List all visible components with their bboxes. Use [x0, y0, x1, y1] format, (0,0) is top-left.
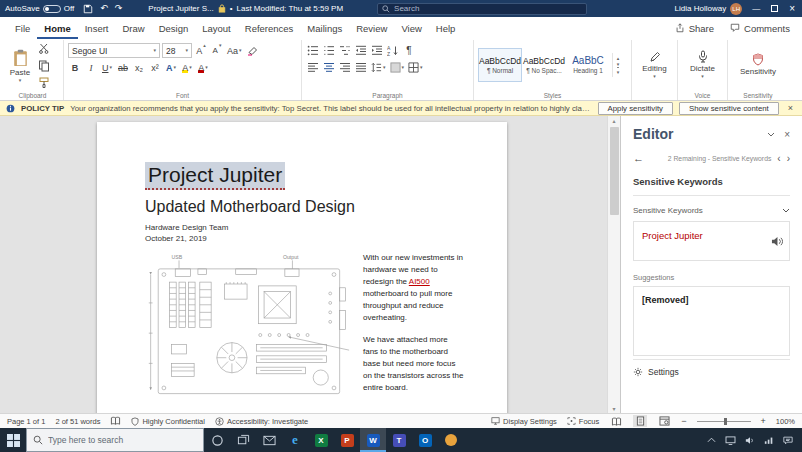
shading-button[interactable]: ▾ — [389, 60, 406, 75]
paragraph-2[interactable]: We have attached more fans to the mother… — [363, 334, 465, 394]
paragraph-1[interactable]: With our new investments in hardware we … — [363, 252, 465, 324]
read-mode-view-icon[interactable] — [609, 415, 623, 427]
doc-body-text[interactable]: With our new investments in hardware we … — [363, 252, 465, 402]
tab-insert[interactable]: Insert — [78, 17, 116, 39]
search-input[interactable] — [394, 4, 582, 13]
zoom-slider[interactable] — [697, 421, 751, 422]
previous-issue-icon[interactable]: ‹ — [777, 153, 780, 164]
editor-settings-link[interactable]: Settings — [633, 359, 790, 377]
start-button[interactable] — [0, 428, 26, 452]
last-modified[interactable]: Last Modified: Thu at 5:59 PM — [237, 4, 344, 13]
tab-review[interactable]: Review — [349, 17, 394, 39]
editing-button[interactable]: Editing ▾ — [636, 41, 673, 88]
tray-volume-icon[interactable] — [745, 436, 755, 445]
doc-subtitle[interactable]: Updated Motherboard Design — [145, 198, 465, 216]
policy-tip-close-icon[interactable]: × — [785, 103, 796, 113]
document-page[interactable]: Project Jupiter Updated Motherboard Desi… — [97, 122, 507, 413]
document-title[interactable]: Project Jupiter S... — [148, 4, 213, 13]
tray-chevron-up-icon[interactable] — [707, 437, 716, 443]
style-normal[interactable]: AaBbCcDd ¶ Normal — [478, 48, 522, 82]
styles-gallery-more-icon[interactable]: ▾ — [617, 67, 620, 75]
autosave-control[interactable]: AutoSave Off — [5, 4, 74, 13]
tab-help[interactable]: Help — [429, 17, 463, 39]
task-view-button[interactable] — [230, 428, 256, 452]
taskbar-search-box[interactable] — [26, 428, 204, 452]
read-aloud-speaker-icon[interactable] — [771, 236, 783, 247]
proofing-book-icon[interactable] — [110, 416, 121, 426]
subscript-button[interactable]: x₂ — [132, 60, 146, 75]
word-count[interactable]: 2 of 51 words — [55, 417, 100, 426]
outlook-app-button[interactable]: O — [412, 428, 438, 452]
titlebar-search-box[interactable] — [377, 3, 587, 15]
zoom-out-icon[interactable]: − — [681, 416, 686, 426]
highlight-button[interactable]: A▾ — [180, 60, 194, 75]
dictate-button[interactable]: Dictate ▾ — [682, 41, 723, 88]
italic-button[interactable]: I — [84, 60, 98, 75]
flagged-keyword-card[interactable]: Project Jupiter — [633, 221, 790, 261]
tab-layout[interactable]: Layout — [195, 17, 238, 39]
scrollbar-thumb[interactable] — [610, 127, 619, 215]
show-sensitive-content-button[interactable]: Show sensitive content — [679, 102, 779, 115]
text-effects-button[interactable]: A▾ — [164, 60, 178, 75]
doc-heading-selected[interactable]: Project Jupiter — [145, 162, 285, 190]
numbering-icon[interactable] — [322, 43, 336, 58]
tab-design[interactable]: Design — [152, 17, 196, 39]
user-name[interactable]: Lidia Holloway — [675, 4, 727, 13]
doc-byline[interactable]: Hardware Design Team — [145, 223, 465, 232]
decrease-indent-icon[interactable] — [354, 43, 368, 58]
taskbar-search-input[interactable] — [48, 435, 197, 445]
paste-button[interactable]: Paste ▾ — [6, 49, 34, 83]
comments-button[interactable]: Comments — [722, 17, 798, 39]
tab-file[interactable]: File — [8, 17, 37, 39]
shrink-font-button[interactable]: A▾ — [210, 43, 224, 58]
sort-icon[interactable]: AZ — [386, 43, 400, 58]
bold-button[interactable]: B — [68, 60, 82, 75]
cortana-button[interactable] — [204, 428, 230, 452]
zoom-in-icon[interactable]: + — [761, 416, 766, 426]
multilevel-list-icon[interactable] — [338, 43, 352, 58]
scroll-down-icon[interactable]: ▾ — [612, 405, 615, 412]
increase-indent-icon[interactable] — [370, 43, 384, 58]
display-settings-button[interactable]: Display Settings — [491, 417, 557, 426]
tray-display-icon[interactable] — [725, 436, 736, 445]
action-center-icon[interactable] — [783, 436, 793, 445]
mail-app-button[interactable] — [256, 428, 282, 452]
pane-close-icon[interactable]: × — [784, 129, 790, 140]
suggestion-removed[interactable]: [Removed] — [642, 295, 781, 305]
pane-options-chevron-icon[interactable] — [767, 132, 775, 137]
font-size-combo[interactable]: 28 ▾ — [162, 43, 192, 58]
document-canvas[interactable]: Project Jupiter Updated Motherboard Desi… — [0, 116, 620, 413]
borders-button[interactable]: ▾ — [407, 60, 424, 75]
next-issue-icon[interactable]: › — [787, 153, 790, 164]
browser-app-button[interactable] — [438, 428, 464, 452]
bullets-icon[interactable] — [306, 43, 320, 58]
strikethrough-button[interactable]: ab — [116, 60, 130, 75]
tray-network-icon[interactable] — [764, 436, 774, 445]
grow-font-button[interactable]: A▴ — [194, 43, 208, 58]
focus-mode-button[interactable]: Focus — [567, 417, 599, 426]
tab-view[interactable]: View — [394, 17, 428, 39]
doc-date[interactable]: October 21, 2019 — [145, 234, 465, 243]
autosave-switch[interactable] — [43, 5, 61, 13]
word-app-button[interactable]: W — [360, 428, 386, 452]
sensitivity-button[interactable]: Sensitivity — [732, 41, 784, 88]
align-left-icon[interactable] — [306, 60, 320, 75]
copy-icon[interactable] — [37, 58, 51, 73]
undo-icon[interactable]: ↶ — [100, 4, 108, 13]
redo-icon[interactable]: ↷ — [115, 4, 123, 13]
style-heading-1[interactable]: AaBbC Heading 1 — [566, 48, 610, 82]
document-vertical-scrollbar[interactable]: ▴ ▾ — [607, 116, 620, 413]
line-spacing-button[interactable]: ▾ — [370, 60, 387, 75]
change-case-button[interactable]: Aa▾ — [226, 43, 243, 58]
underline-button[interactable]: U▾ — [100, 60, 114, 75]
sensitivity-status[interactable]: Highly Confidential — [131, 417, 205, 426]
show-paragraph-marks-icon[interactable]: ¶ — [402, 43, 416, 58]
tab-mailings[interactable]: Mailings — [300, 17, 349, 39]
powerpoint-app-button[interactable]: P — [334, 428, 360, 452]
avatar[interactable]: LH — [730, 3, 742, 15]
style-no-spacing[interactable]: AaBbCcDd ¶ No Spac... — [522, 48, 566, 82]
cut-icon[interactable] — [37, 41, 51, 56]
teams-app-button[interactable]: T — [386, 428, 412, 452]
keywords-dropdown[interactable]: Sensitive Keywords — [633, 206, 790, 215]
align-center-icon[interactable] — [322, 60, 336, 75]
